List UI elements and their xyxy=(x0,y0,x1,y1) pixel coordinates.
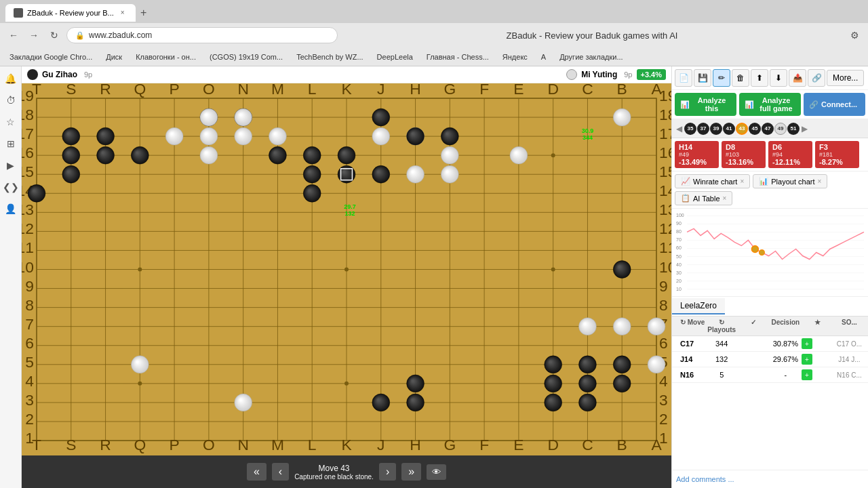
eye-button[interactable]: 👁 xyxy=(427,464,446,480)
playout-chart-button[interactable]: 📊 Playout chart × xyxy=(753,174,827,188)
bad-move-1-pct: -13.16% xyxy=(726,158,762,166)
analyze-this-button[interactable]: 📊 Analyze this xyxy=(675,93,736,116)
reload-button[interactable]: ↻ xyxy=(46,27,62,43)
row2-extra: N16 C... xyxy=(833,371,865,379)
last-move-button[interactable]: » xyxy=(401,463,421,481)
strip-stone-7[interactable]: 49 xyxy=(774,123,787,135)
tab-close-button[interactable]: × xyxy=(118,8,127,18)
bookmark-8[interactable]: А xyxy=(537,52,550,62)
strip-stone-8[interactable]: 51 xyxy=(787,123,800,135)
next-move-button[interactable]: › xyxy=(379,463,396,481)
chart-buttons-row: 📈 Winrate chart × 📊 Playout chart × 📋 AI… xyxy=(672,171,868,209)
strip-stone-5[interactable]: 45 xyxy=(749,123,761,135)
row0-playouts: 344 xyxy=(706,340,738,348)
tool-btn-3[interactable]: ✏ xyxy=(713,69,730,87)
playout-chart-close[interactable]: × xyxy=(817,178,821,185)
tool-btn-7[interactable]: 📤 xyxy=(789,69,806,87)
extensions-button[interactable]: ⚙ xyxy=(846,27,863,43)
ai-table-button[interactable]: 📋 AI Table × xyxy=(675,191,732,205)
tool-btn-8[interactable]: 🔗 xyxy=(808,69,825,87)
play-icon[interactable]: ▶ xyxy=(4,159,18,172)
table-row-0[interactable]: C17 344 30.87% + C17 O... xyxy=(672,336,868,352)
engine-tab[interactable]: LeelaZero xyxy=(672,298,725,314)
strip-stone-6[interactable]: 47 xyxy=(762,123,774,135)
board-container[interactable] xyxy=(22,83,671,455)
forward-button[interactable]: → xyxy=(26,27,42,43)
strip-stone-4[interactable]: 43 xyxy=(736,123,748,135)
header-decision: Decision xyxy=(770,319,802,333)
add-comments-link[interactable]: Add comments ... xyxy=(676,475,734,483)
board-area: Gu Zihao 9p Mi Yuting 9p +3.4% « ‹ Move … xyxy=(22,66,671,488)
bookmark-4[interactable]: TechBench by WZ... xyxy=(292,52,367,62)
strip-stone-0[interactable]: 35 xyxy=(684,123,696,135)
bookmark-3[interactable]: (CGOS) 19x19 Com... xyxy=(205,52,287,62)
bookmark-2[interactable]: Клавогонки - он... xyxy=(132,52,200,62)
tab-title: ZBaduk - Review your B... xyxy=(27,9,114,17)
black-player-rank: 9p xyxy=(84,70,92,79)
puzzle-icon[interactable]: ⊞ xyxy=(4,137,18,150)
row2-add[interactable]: + xyxy=(802,369,833,380)
svg-text:20: 20 xyxy=(676,279,682,283)
prev-move-button[interactable]: ‹ xyxy=(272,463,289,481)
bookmark-7[interactable]: Яндекс xyxy=(498,52,532,62)
browser-chrome: ZBaduk - Review your B... × + ← → ↻ 🔒 ww… xyxy=(0,0,868,66)
svg-point-20 xyxy=(751,245,758,252)
bad-move-1-pos: D8 xyxy=(726,143,762,151)
row1-decision: 29.67% xyxy=(770,355,802,363)
board-controls: « ‹ Move 43 Captured one black stone. › … xyxy=(22,455,671,488)
winrate-chart-close[interactable]: × xyxy=(740,178,744,185)
bookmark-0[interactable]: Закладки Google Chro... xyxy=(5,52,96,62)
winrate-chart-label: Winrate chart xyxy=(693,178,737,186)
back-button[interactable]: ← xyxy=(5,27,22,43)
bad-move-2-num: #94 xyxy=(772,151,808,158)
winrate-chart-button[interactable]: 📈 Winrate chart × xyxy=(675,174,750,188)
table-row-1[interactable]: J14 132 29.67% + J14 J... xyxy=(672,352,868,367)
go-board-canvas[interactable] xyxy=(22,83,671,455)
strip-stone-3[interactable]: 41 xyxy=(723,123,735,135)
strip-next[interactable]: ▶ xyxy=(800,124,809,134)
bracket-icon[interactable]: ❮❯ xyxy=(4,180,18,194)
header-playouts: ↻ Playouts xyxy=(706,319,738,333)
ai-table-close[interactable]: × xyxy=(723,195,727,202)
bookmark-6[interactable]: Главная - Chess... xyxy=(422,52,493,62)
bookmark-5[interactable]: DeepLeela xyxy=(373,52,417,62)
tool-btn-5[interactable]: ⬆ xyxy=(751,69,768,87)
bookmark-9[interactable]: Другие закладки... xyxy=(555,52,627,62)
player-bar: Gu Zihao 9p Mi Yuting 9p +3.4% xyxy=(22,66,671,83)
person-icon[interactable]: 👤 xyxy=(4,202,18,216)
connect-button[interactable]: 🔗 Connect... xyxy=(804,93,865,116)
bad-move-3[interactable]: F3 #181 -8.27% xyxy=(815,141,859,168)
row0-add[interactable]: + xyxy=(802,338,833,349)
active-tab[interactable]: ZBaduk - Review your B... × xyxy=(5,4,136,22)
row1-add[interactable]: + xyxy=(802,354,833,365)
notification-icon[interactable]: 🔔 xyxy=(4,72,18,85)
bookmark-1[interactable]: Диск xyxy=(102,52,126,62)
bad-move-2[interactable]: D6 #94 -12.11% xyxy=(768,141,812,168)
star-icon[interactable]: ☆ xyxy=(4,115,18,129)
new-tab-button[interactable]: + xyxy=(136,5,152,21)
row1-add-btn: + xyxy=(802,354,812,365)
tool-btn-6[interactable]: ⬇ xyxy=(770,69,787,87)
stones-strip: ◀ 35 37 39 41 43 45 47 49 51 ▶ xyxy=(672,119,868,138)
bad-move-3-num: #181 xyxy=(819,151,855,158)
more-button[interactable]: More... xyxy=(827,70,864,86)
analyze-full-button[interactable]: 📊 Analyze full game xyxy=(739,93,801,116)
first-move-button[interactable]: « xyxy=(247,463,267,481)
bad-move-0[interactable]: H14 #49 -13.49% xyxy=(675,141,719,168)
row2-playouts: 5 xyxy=(706,371,738,379)
row2-decision: - xyxy=(770,371,802,379)
strip-prev[interactable]: ◀ xyxy=(675,124,684,134)
tool-btn-1[interactable]: 📄 xyxy=(675,69,692,87)
analyze-row: 📊 Analyze this 📊 Analyze full game 🔗 Con… xyxy=(672,90,868,119)
svg-text:70: 70 xyxy=(676,237,682,242)
analyze-this-label: Analyze this xyxy=(692,96,731,113)
table-row-2[interactable]: N16 5 - + N16 C... xyxy=(672,367,868,383)
tool-btn-2[interactable]: 💾 xyxy=(694,69,711,87)
row2-move: N16 xyxy=(675,371,706,379)
history-icon[interactable]: ⏱ xyxy=(4,94,18,107)
bad-move-1[interactable]: D8 #103 -13.16% xyxy=(722,141,766,168)
strip-stone-1[interactable]: 37 xyxy=(697,123,709,135)
strip-stone-2[interactable]: 39 xyxy=(710,123,722,135)
tool-btn-4[interactable]: 🗑 xyxy=(732,69,749,87)
address-box[interactable]: 🔒 www.zbaduk.com xyxy=(66,27,338,43)
